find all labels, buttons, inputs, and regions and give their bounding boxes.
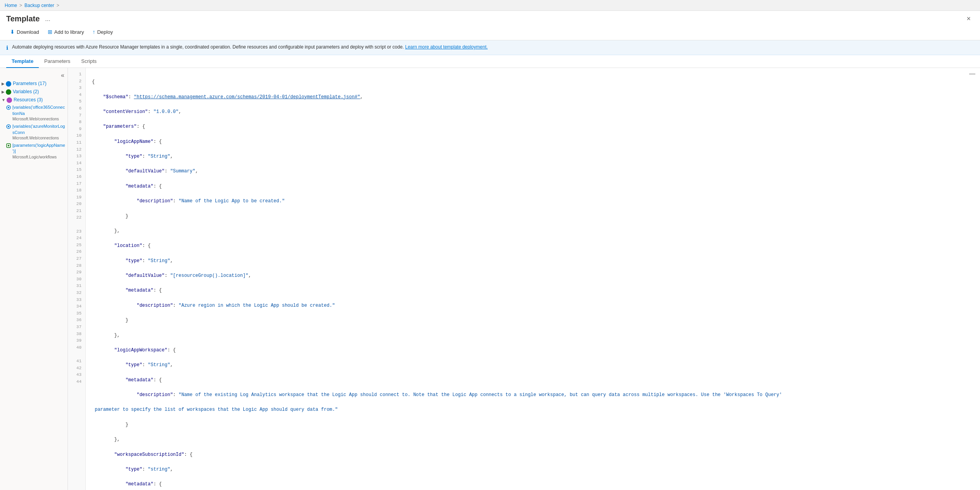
resources-label: Resources (3) <box>14 97 43 103</box>
connection-icon-1 <box>6 124 11 129</box>
resource-item-2[interactable]: [parameters('logicAppName')] Microsoft.L… <box>0 142 68 161</box>
deploy-label: Deploy <box>97 29 113 35</box>
download-label: Download <box>17 29 39 35</box>
tabs: Template Parameters Scripts <box>0 55 980 68</box>
sidebar-item-parameters[interactable]: ▶ Parameters (17) <box>0 80 68 88</box>
resource-1-sub: Microsoft.Web/connections <box>12 136 66 141</box>
sidebar-item-variables[interactable]: ▶ Variables (2) <box>0 88 68 96</box>
download-button[interactable]: ⬇ Download <box>6 27 43 37</box>
code-container: 1 2 3 4 5 6 7 8 9 10 11 12 13 14 15 16 1… <box>68 68 980 490</box>
info-bar: ℹ Automate deploying resources with Azur… <box>0 40 980 55</box>
toolbar: ⬇ Download ⊞ Add to library ↑ Deploy <box>0 25 980 40</box>
breadcrumb: Home > Backup center > <box>5 3 59 8</box>
add-library-icon: ⊞ <box>48 29 52 35</box>
minimize-button[interactable]: — <box>969 70 975 77</box>
resource-2-sub: Microsoft.Logic/workflows <box>12 155 66 160</box>
resource-item-0[interactable]: [variables('office365ConnectionNa Micros… <box>0 104 68 123</box>
close-button[interactable]: × <box>963 14 974 24</box>
deploy-button[interactable]: ↑ Deploy <box>88 27 116 37</box>
line-numbers: 1 2 3 4 5 6 7 8 9 10 11 12 13 14 15 16 1… <box>68 68 86 490</box>
add-library-label: Add to library <box>54 29 84 35</box>
deploy-icon: ↑ <box>92 29 95 35</box>
workflow-icon <box>6 143 11 148</box>
code-area[interactable]: — 1 2 3 4 5 6 7 8 9 10 11 12 13 14 15 16… <box>68 68 980 490</box>
download-icon: ⬇ <box>10 29 15 35</box>
resource-1-label: [variables('azureMonitorLogsConn <box>12 123 66 136</box>
main-content: « ▶ Parameters (17) ▶ Variables (2) ▼ Re… <box>0 68 980 490</box>
svg-point-1 <box>8 107 9 108</box>
resources-icon <box>7 97 12 103</box>
add-to-library-button[interactable]: ⊞ Add to library <box>44 27 88 37</box>
sidebar: « ▶ Parameters (17) ▶ Variables (2) ▼ Re… <box>0 68 68 490</box>
breadcrumb-backup-center[interactable]: Backup center <box>24 3 54 8</box>
sidebar-collapse: « <box>0 71 68 80</box>
tab-scripts[interactable]: Scripts <box>76 55 102 68</box>
info-text: Automate deploying resources with Azure … <box>12 44 488 50</box>
arrow-icon-res: ▼ <box>2 97 5 103</box>
tab-template[interactable]: Template <box>6 55 39 68</box>
resource-item-1[interactable]: [variables('azureMonitorLogsConn Microso… <box>0 123 68 142</box>
page-title-row: Template ... <box>6 14 53 23</box>
breadcrumb-sep2: > <box>57 3 59 8</box>
svg-point-3 <box>8 126 9 127</box>
collapse-button[interactable]: « <box>61 72 64 79</box>
info-icon: ℹ <box>6 45 8 51</box>
arrow-icon: ▶ <box>2 81 5 87</box>
parameters-icon <box>6 81 11 87</box>
page-title: Template <box>6 14 40 23</box>
page-header: Template ... × <box>0 11 980 25</box>
resource-2-label: [parameters('logicAppName')] <box>12 142 66 155</box>
connection-icon-0 <box>6 105 11 110</box>
resource-0-sub: Microsoft.Web/connections <box>12 116 66 122</box>
resource-0-label: [variables('office365ConnectionNa <box>12 104 66 116</box>
breadcrumb-home[interactable]: Home <box>5 3 17 8</box>
code-content: { "$schema": "https://schema.management.… <box>86 68 980 490</box>
svg-point-5 <box>8 145 9 146</box>
tab-parameters[interactable]: Parameters <box>39 55 76 68</box>
arrow-icon-vars: ▶ <box>2 89 5 95</box>
more-options-button[interactable]: ... <box>43 15 52 23</box>
variables-label: Variables (2) <box>13 89 39 95</box>
breadcrumb-sep1: > <box>19 3 22 8</box>
parameters-label: Parameters (17) <box>13 80 47 87</box>
sidebar-item-resources[interactable]: ▼ Resources (3) <box>0 96 68 104</box>
top-bar: Home > Backup center > <box>0 0 980 11</box>
learn-more-link[interactable]: Learn more about template deployment. <box>405 44 488 50</box>
variables-icon <box>6 89 11 95</box>
